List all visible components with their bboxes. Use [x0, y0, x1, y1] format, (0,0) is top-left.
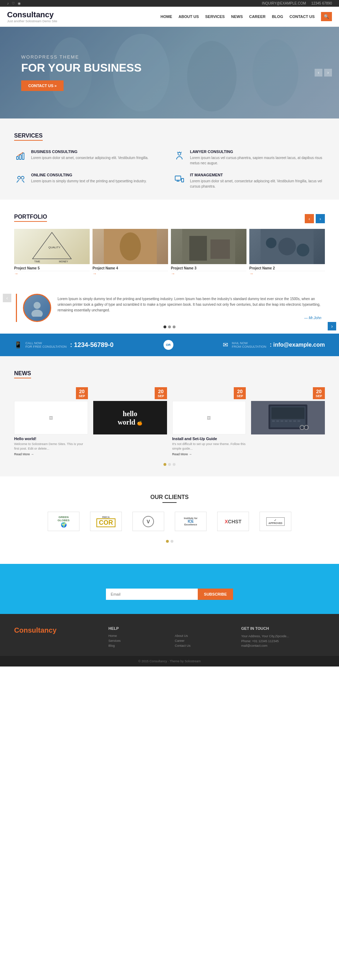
footer-link-blog[interactable]: Blog	[109, 644, 164, 648]
testimonial-dots	[0, 326, 339, 334]
logo-title[interactable]: Consultancy	[7, 10, 57, 19]
svg-rect-38	[281, 420, 283, 422]
news-date-2: 20SEP	[155, 387, 167, 399]
clients-grid: GREEN GLOBES 🌍 RMCA COR V Institute for …	[14, 512, 325, 531]
news-readmore-3[interactable]: Read More →	[172, 452, 246, 456]
footer-email: mail@contact.com	[241, 644, 325, 649]
service-1-desc: Lorem ipsum dolor sit amet, consectetur …	[31, 155, 148, 161]
portfolio-arrow-1[interactable]: →	[14, 271, 90, 276]
services-title: SERVICES	[14, 133, 43, 141]
news-dot-3[interactable]	[173, 463, 176, 466]
testimonial-dot-2[interactable]	[168, 326, 171, 328]
service-4-desc: Lorem ipsum dolor sit amet, consectetur …	[190, 178, 325, 189]
service-2-desc: Lorem ipsum lacus vel cursus pharetra, s…	[190, 155, 325, 166]
news-dot-2[interactable]	[168, 463, 171, 466]
svg-point-30	[297, 244, 309, 256]
testimonial-next-button[interactable]: ›	[328, 322, 336, 331]
newsletter-email-input[interactable]	[106, 589, 198, 600]
cta-mail-label: Mail now	[232, 341, 266, 345]
top-bar-social: ♪ ♡ ◉	[7, 2, 21, 5]
portfolio-arrow-3[interactable]: →	[171, 271, 246, 276]
svg-rect-41	[293, 420, 296, 422]
lawyer-icon	[173, 150, 186, 162]
portfolio-thumb-4[interactable]	[249, 229, 325, 264]
top-bar-contact: INQUIRY@EXAMPLE.COM 12345 67890	[262, 2, 332, 5]
heart-icon[interactable]: ♡	[12, 2, 15, 5]
footer-link-contact[interactable]: Contact Us	[175, 644, 230, 648]
clients-title: OUR CLIENTS	[14, 494, 325, 500]
footer-link-home[interactable]: Home	[109, 634, 164, 638]
testimonial-dot-3[interactable]	[173, 326, 176, 328]
hero-cta-button[interactable]: CONTACT US »	[21, 80, 64, 91]
testimonial-dot-1[interactable]	[163, 326, 166, 328]
footer-link-services[interactable]: Services	[109, 639, 164, 643]
portfolio-item-4: Project Name 2 →	[249, 229, 325, 276]
newsletter-subscribe-button[interactable]: Subscribe	[198, 589, 233, 600]
portfolio-thumb-3[interactable]	[171, 229, 246, 264]
testimonial-author: — Mr.John	[58, 316, 321, 320]
portfolio-next-button[interactable]: ›	[316, 214, 325, 223]
footer-bottom: © 2015 Consultancy · Theme by Solostream	[0, 656, 339, 667]
phone-icon: 📱	[14, 341, 22, 349]
client-dot-2[interactable]	[171, 540, 173, 543]
news-date-4: 20SEP	[313, 387, 325, 399]
service-3-name: ONLINE CONSULTING	[31, 173, 147, 177]
svg-point-29	[266, 238, 277, 248]
cta-email-area: ✉ Mail now from consultation : info@exam…	[223, 341, 325, 349]
client-logo-2: RMCA COR	[90, 512, 122, 531]
hero-prev-button[interactable]: ‹	[315, 69, 322, 76]
client-logo-5: XCHST	[217, 512, 249, 531]
nav-about[interactable]: ABOUT US	[179, 14, 199, 19]
news-section: NEWS 20SEP 🖼 Hello world! Welcome to Sol…	[0, 356, 339, 476]
svg-point-3	[253, 39, 298, 106]
services-grid: BUSINESS CONSULTING Lorem ipsum dolor si…	[14, 150, 325, 189]
footer-link-about[interactable]: About Us	[175, 634, 230, 638]
footer-about-col: About Us Career Contact Us	[175, 626, 230, 649]
portfolio-title: PORTFOLIO	[14, 214, 47, 222]
footer-help-title: HELP	[109, 626, 164, 630]
svg-rect-6	[22, 153, 24, 159]
cta-phone-value[interactable]: : 1234-56789-0	[70, 341, 114, 349]
portfolio-arrow-2[interactable]: →	[93, 271, 168, 276]
camera-icon[interactable]: ◉	[18, 2, 21, 5]
service-4-content: IT MANAGEMENT Lorem ipsum dolor sit amet…	[190, 173, 325, 189]
music-icon[interactable]: ♪	[7, 2, 9, 5]
portfolio-arrow-4[interactable]: →	[249, 271, 325, 276]
nav-news[interactable]: NEWS	[231, 14, 243, 19]
nav-blog[interactable]: BLOG	[272, 14, 283, 19]
news-dot-1[interactable]	[163, 463, 166, 466]
portfolio-thumb-2[interactable]	[93, 229, 168, 264]
nav-services[interactable]: SERVICES	[205, 14, 225, 19]
service-item-1: BUSINESS CONSULTING Lorem ipsum dolor si…	[14, 150, 166, 166]
client-dot-1[interactable]	[166, 540, 169, 543]
svg-text:TIME: TIME	[34, 260, 40, 263]
svg-rect-37	[277, 420, 279, 422]
portfolio-label-1: Project Name 5	[14, 266, 90, 271]
service-3-desc: Lorem ipsum is simply dummy text of the …	[31, 178, 147, 184]
logo-sub: Just another Solostream Demo Site	[7, 19, 57, 23]
hero-arrows: ‹ ›	[315, 69, 332, 76]
portfolio-prev-button[interactable]: ‹	[305, 214, 314, 223]
testimonial-content: Lorem Ipsum is simply dummy text of the …	[58, 296, 321, 320]
news-thumb-2: helloworld 🍊	[93, 401, 167, 434]
nav-career[interactable]: CAREER	[249, 14, 265, 19]
it-icon	[173, 173, 186, 186]
footer-get-in-touch-title: GET IN TOUCH	[241, 626, 325, 630]
portfolio-thumb-1[interactable]: QUALITY TIME MONEY	[14, 229, 90, 264]
cta-email-value[interactable]: : info@example.com	[270, 342, 325, 348]
hero-next-button[interactable]: ›	[324, 69, 332, 76]
footer-link-career[interactable]: Career	[175, 639, 230, 643]
cta-call-sub: for free consultation	[26, 345, 67, 348]
testimonial-inner: ‹ Lorem Ipsum is simply dummy text of th…	[0, 287, 339, 326]
cta-phone-area: 📱 Call now for free consultation : 1234-…	[14, 341, 114, 349]
svg-rect-5	[19, 155, 21, 159]
news-readmore-1[interactable]: Read More →	[14, 452, 88, 456]
portfolio-section: PORTFOLIO ‹ › QUALITY TIME MONEY Project…	[0, 200, 339, 287]
testimonial-prev-button[interactable]: ‹	[3, 294, 11, 302]
footer: Consultancy HELP Home Services Blog Abou…	[0, 614, 339, 656]
nav-home[interactable]: HOME	[161, 14, 172, 19]
nav-contact[interactable]: CONTACT US	[289, 14, 315, 19]
portfolio-nav: ‹ ›	[305, 214, 325, 223]
portfolio-label-3: Project Name 3	[171, 266, 246, 271]
search-button[interactable]: 🔍	[321, 12, 332, 21]
